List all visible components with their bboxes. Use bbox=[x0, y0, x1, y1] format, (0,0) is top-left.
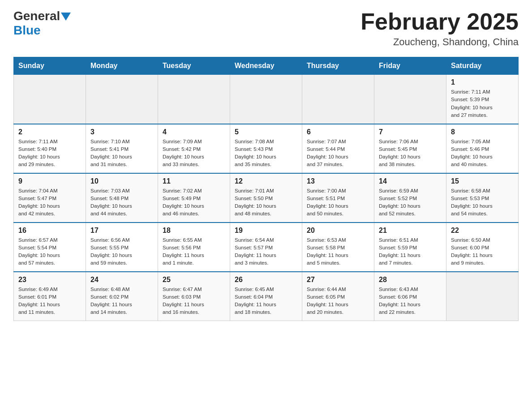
calendar-cell: 6Sunrise: 7:07 AM Sunset: 5:44 PM Daylig… bbox=[302, 124, 374, 173]
logo: General Blue bbox=[13, 9, 71, 38]
header-wednesday: Wednesday bbox=[230, 57, 302, 75]
logo-triangle-icon bbox=[61, 13, 71, 21]
day-info: Sunrise: 7:03 AM Sunset: 5:48 PM Dayligh… bbox=[90, 187, 153, 218]
calendar-cell: 5Sunrise: 7:08 AM Sunset: 5:43 PM Daylig… bbox=[230, 124, 302, 173]
calendar-cell: 26Sunrise: 6:45 AM Sunset: 6:04 PM Dayli… bbox=[230, 272, 302, 321]
calendar-cell: 7Sunrise: 7:06 AM Sunset: 5:45 PM Daylig… bbox=[374, 124, 446, 173]
day-info: Sunrise: 6:51 AM Sunset: 5:59 PM Dayligh… bbox=[379, 236, 442, 267]
calendar-cell bbox=[374, 75, 446, 124]
calendar-cell bbox=[158, 75, 230, 124]
calendar-table: Sunday Monday Tuesday Wednesday Thursday… bbox=[13, 57, 519, 321]
calendar-cell: 28Sunrise: 6:43 AM Sunset: 6:06 PM Dayli… bbox=[374, 272, 446, 321]
day-info: Sunrise: 7:00 AM Sunset: 5:51 PM Dayligh… bbox=[307, 187, 369, 218]
day-info: Sunrise: 6:47 AM Sunset: 6:03 PM Dayligh… bbox=[163, 286, 225, 317]
calendar-cell: 23Sunrise: 6:49 AM Sunset: 6:01 PM Dayli… bbox=[14, 272, 86, 321]
day-info: Sunrise: 6:53 AM Sunset: 5:58 PM Dayligh… bbox=[307, 236, 369, 267]
day-info: Sunrise: 6:55 AM Sunset: 5:56 PM Dayligh… bbox=[163, 236, 225, 267]
calendar-cell: 15Sunrise: 6:58 AM Sunset: 5:53 PM Dayli… bbox=[446, 173, 519, 223]
weekday-header-row: Sunday Monday Tuesday Wednesday Thursday… bbox=[14, 57, 519, 75]
day-info: Sunrise: 6:44 AM Sunset: 6:05 PM Dayligh… bbox=[307, 286, 369, 317]
day-number: 24 bbox=[90, 276, 153, 284]
day-number: 26 bbox=[235, 276, 297, 284]
day-number: 25 bbox=[163, 276, 225, 284]
day-number: 14 bbox=[379, 177, 442, 185]
page-header: General Blue February 2025 Zoucheng, Sha… bbox=[13, 9, 519, 48]
day-number: 23 bbox=[18, 276, 81, 284]
day-info: Sunrise: 6:50 AM Sunset: 6:00 PM Dayligh… bbox=[451, 236, 514, 267]
day-number: 6 bbox=[307, 128, 369, 136]
day-info: Sunrise: 7:11 AM Sunset: 5:39 PM Dayligh… bbox=[451, 88, 514, 119]
day-number: 9 bbox=[18, 177, 81, 185]
day-info: Sunrise: 6:57 AM Sunset: 5:54 PM Dayligh… bbox=[18, 236, 81, 267]
calendar-row: 1Sunrise: 7:11 AM Sunset: 5:39 PM Daylig… bbox=[14, 75, 519, 124]
day-info: Sunrise: 7:04 AM Sunset: 5:47 PM Dayligh… bbox=[18, 187, 81, 218]
calendar-cell: 17Sunrise: 6:56 AM Sunset: 5:55 PM Dayli… bbox=[86, 223, 158, 272]
day-number: 12 bbox=[235, 177, 297, 185]
day-info: Sunrise: 7:02 AM Sunset: 5:49 PM Dayligh… bbox=[163, 187, 225, 218]
calendar-cell: 4Sunrise: 7:09 AM Sunset: 5:42 PM Daylig… bbox=[158, 124, 230, 173]
day-info: Sunrise: 7:11 AM Sunset: 5:40 PM Dayligh… bbox=[18, 138, 81, 169]
day-number: 8 bbox=[451, 128, 514, 136]
location-subtitle: Zoucheng, Shandong, China bbox=[360, 36, 519, 48]
day-number: 4 bbox=[163, 128, 225, 136]
calendar-cell: 20Sunrise: 6:53 AM Sunset: 5:58 PM Dayli… bbox=[302, 223, 374, 272]
calendar-cell bbox=[446, 272, 519, 321]
logo-general-text: General bbox=[13, 9, 60, 23]
day-number: 27 bbox=[307, 276, 369, 284]
day-info: Sunrise: 7:06 AM Sunset: 5:45 PM Dayligh… bbox=[379, 138, 442, 169]
calendar-cell: 14Sunrise: 6:59 AM Sunset: 5:52 PM Dayli… bbox=[374, 173, 446, 223]
calendar-cell: 21Sunrise: 6:51 AM Sunset: 5:59 PM Dayli… bbox=[374, 223, 446, 272]
day-info: Sunrise: 6:49 AM Sunset: 6:01 PM Dayligh… bbox=[18, 286, 81, 317]
calendar-cell: 3Sunrise: 7:10 AM Sunset: 5:41 PM Daylig… bbox=[86, 124, 158, 173]
day-number: 1 bbox=[451, 78, 514, 86]
calendar-row: 23Sunrise: 6:49 AM Sunset: 6:01 PM Dayli… bbox=[14, 272, 519, 321]
day-info: Sunrise: 7:07 AM Sunset: 5:44 PM Dayligh… bbox=[307, 138, 369, 169]
calendar-cell: 18Sunrise: 6:55 AM Sunset: 5:56 PM Dayli… bbox=[158, 223, 230, 272]
month-title: February 2025 bbox=[360, 9, 519, 34]
day-number: 10 bbox=[90, 177, 153, 185]
day-number: 13 bbox=[307, 177, 369, 185]
calendar-cell bbox=[86, 75, 158, 124]
header-friday: Friday bbox=[374, 57, 446, 75]
header-monday: Monday bbox=[86, 57, 158, 75]
calendar-cell: 25Sunrise: 6:47 AM Sunset: 6:03 PM Dayli… bbox=[158, 272, 230, 321]
calendar-cell: 13Sunrise: 7:00 AM Sunset: 5:51 PM Dayli… bbox=[302, 173, 374, 223]
header-saturday: Saturday bbox=[446, 57, 519, 75]
day-info: Sunrise: 7:09 AM Sunset: 5:42 PM Dayligh… bbox=[163, 138, 225, 169]
calendar-cell: 9Sunrise: 7:04 AM Sunset: 5:47 PM Daylig… bbox=[14, 173, 86, 223]
day-info: Sunrise: 7:10 AM Sunset: 5:41 PM Dayligh… bbox=[90, 138, 153, 169]
day-info: Sunrise: 6:48 AM Sunset: 6:02 PM Dayligh… bbox=[90, 286, 153, 317]
calendar-cell: 22Sunrise: 6:50 AM Sunset: 6:00 PM Dayli… bbox=[446, 223, 519, 272]
day-number: 11 bbox=[163, 177, 225, 185]
day-number: 21 bbox=[379, 227, 442, 235]
day-number: 20 bbox=[307, 227, 369, 235]
calendar-row: 2Sunrise: 7:11 AM Sunset: 5:40 PM Daylig… bbox=[14, 124, 519, 173]
day-number: 19 bbox=[235, 227, 297, 235]
day-number: 28 bbox=[379, 276, 442, 284]
calendar-row: 9Sunrise: 7:04 AM Sunset: 5:47 PM Daylig… bbox=[14, 173, 519, 223]
day-info: Sunrise: 6:56 AM Sunset: 5:55 PM Dayligh… bbox=[90, 236, 153, 267]
calendar-cell: 12Sunrise: 7:01 AM Sunset: 5:50 PM Dayli… bbox=[230, 173, 302, 223]
day-number: 7 bbox=[379, 128, 442, 136]
day-info: Sunrise: 6:58 AM Sunset: 5:53 PM Dayligh… bbox=[451, 187, 514, 218]
calendar-cell: 8Sunrise: 7:05 AM Sunset: 5:46 PM Daylig… bbox=[446, 124, 519, 173]
day-info: Sunrise: 7:08 AM Sunset: 5:43 PM Dayligh… bbox=[235, 138, 297, 169]
day-number: 18 bbox=[163, 227, 225, 235]
header-thursday: Thursday bbox=[302, 57, 374, 75]
calendar-cell: 11Sunrise: 7:02 AM Sunset: 5:49 PM Dayli… bbox=[158, 173, 230, 223]
day-number: 2 bbox=[18, 128, 81, 136]
calendar-cell: 24Sunrise: 6:48 AM Sunset: 6:02 PM Dayli… bbox=[86, 272, 158, 321]
header-tuesday: Tuesday bbox=[158, 57, 230, 75]
calendar-row: 16Sunrise: 6:57 AM Sunset: 5:54 PM Dayli… bbox=[14, 223, 519, 272]
calendar-cell: 19Sunrise: 6:54 AM Sunset: 5:57 PM Dayli… bbox=[230, 223, 302, 272]
day-number: 22 bbox=[451, 227, 514, 235]
calendar-cell: 1Sunrise: 7:11 AM Sunset: 5:39 PM Daylig… bbox=[446, 75, 519, 124]
day-number: 16 bbox=[18, 227, 81, 235]
day-number: 3 bbox=[90, 128, 153, 136]
calendar-cell: 2Sunrise: 7:11 AM Sunset: 5:40 PM Daylig… bbox=[14, 124, 86, 173]
day-info: Sunrise: 6:54 AM Sunset: 5:57 PM Dayligh… bbox=[235, 236, 297, 267]
day-number: 5 bbox=[235, 128, 297, 136]
day-number: 17 bbox=[90, 227, 153, 235]
calendar-cell bbox=[230, 75, 302, 124]
calendar-cell: 10Sunrise: 7:03 AM Sunset: 5:48 PM Dayli… bbox=[86, 173, 158, 223]
